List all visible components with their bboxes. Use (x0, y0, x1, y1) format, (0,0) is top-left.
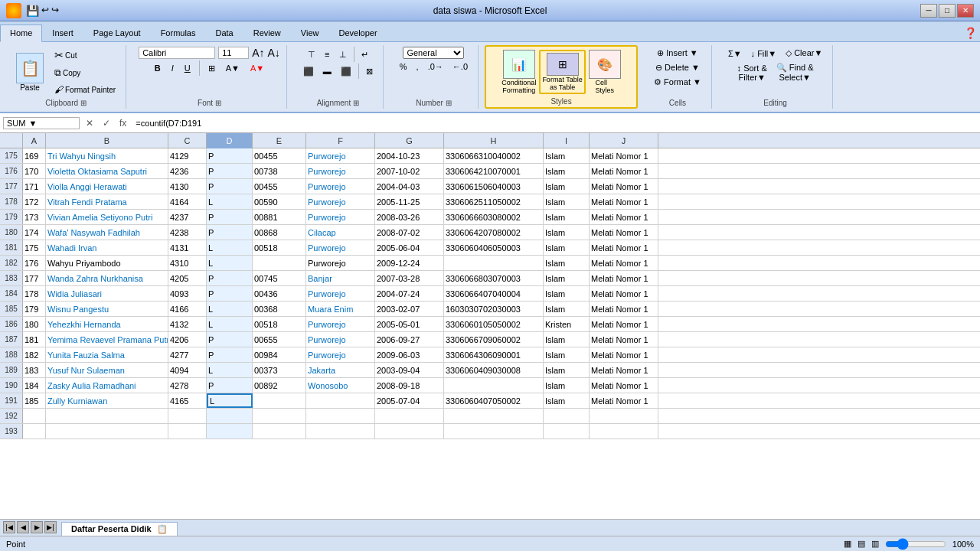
cell[interactable]: 178 (23, 286, 46, 301)
name-box-dropdown[interactable]: ▼ (28, 119, 37, 128)
cell[interactable] (590, 409, 658, 423)
cell[interactable] (544, 424, 590, 439)
cell[interactable]: 179 (23, 302, 46, 316)
cell[interactable]: 3306064210070001 (444, 164, 544, 178)
cell[interactable]: 4206 (168, 332, 207, 347)
tab-review[interactable]: Review (243, 24, 291, 41)
cell[interactable]: P (207, 164, 253, 178)
cell[interactable]: Islam (544, 363, 590, 377)
cell[interactable]: 3306066603080002 (444, 210, 544, 224)
cell[interactable]: Purworejo (306, 256, 375, 270)
cell[interactable]: 2003-02-07 (375, 302, 444, 316)
cell[interactable]: Melati Nomor 1 (590, 271, 658, 285)
cell[interactable] (306, 393, 375, 408)
cell[interactable]: Muara Enim (306, 302, 375, 316)
copy-button[interactable]: ⧉Copy (51, 65, 119, 80)
cell[interactable]: 00745 (253, 271, 306, 285)
cell[interactable]: 4130 (168, 179, 207, 194)
cell[interactable]: 00373 (253, 363, 306, 377)
cell[interactable]: L (207, 393, 253, 408)
cell[interactable] (444, 409, 544, 423)
cell[interactable]: 177 (23, 271, 46, 285)
cell[interactable]: 2005-07-04 (375, 393, 444, 408)
align-center-button[interactable]: ▬ (319, 64, 335, 79)
cell[interactable]: 2004-10-23 (375, 148, 444, 163)
cell[interactable]: Purworejo (306, 148, 375, 163)
italic-button[interactable]: I (168, 62, 178, 74)
cell[interactable]: Wahyu Priyambodo (46, 256, 168, 270)
sheet-last-button[interactable]: ▶| (44, 521, 57, 533)
cell[interactable] (253, 256, 306, 270)
zoom-slider[interactable] (885, 538, 946, 550)
function-wizard-button[interactable]: fx (116, 118, 129, 129)
cell[interactable]: 3306062511050002 (444, 194, 544, 209)
cell[interactable]: Purworejo (306, 347, 375, 362)
cell[interactable]: 2008-07-02 (375, 225, 444, 240)
cell[interactable]: 172 (23, 194, 46, 209)
wrap-text-button[interactable]: ↵ (358, 47, 372, 62)
help-icon[interactable]: ❓ (964, 27, 977, 39)
cell[interactable]: 00590 (253, 194, 306, 209)
cell[interactable]: 00984 (253, 347, 306, 362)
cell[interactable]: 00738 (253, 164, 306, 178)
cell[interactable]: 3306060105050002 (444, 317, 544, 331)
cell[interactable]: Purworejo (306, 164, 375, 178)
cell[interactable]: 2008-03-26 (375, 210, 444, 224)
cell[interactable]: Purworejo (306, 332, 375, 347)
cell[interactable]: 2009-06-03 (375, 347, 444, 362)
col-header-d[interactable]: D (207, 133, 253, 148)
cell[interactable] (23, 409, 46, 423)
cell[interactable]: 00436 (253, 286, 306, 301)
cell[interactable]: P (207, 347, 253, 362)
cell[interactable]: L (207, 256, 253, 270)
align-left-button[interactable]: ⬛ (299, 64, 318, 79)
col-header-j[interactable]: J (590, 133, 658, 148)
cell[interactable]: Purworejo (306, 240, 375, 255)
cell[interactable]: 173 (23, 210, 46, 224)
cell[interactable]: 2004-07-24 (375, 286, 444, 301)
col-header-h[interactable]: H (444, 133, 544, 148)
page-break-view-button[interactable]: ▥ (871, 539, 879, 549)
cell[interactable]: 4277 (168, 347, 207, 362)
cell[interactable]: 2003-09-04 (375, 363, 444, 377)
cell[interactable]: Melati Nomor 1 (590, 179, 658, 194)
number-format-select[interactable]: General (403, 47, 464, 59)
cell[interactable]: Melati Nomor 1 (590, 286, 658, 301)
cell[interactable]: P (207, 378, 253, 393)
cell[interactable]: 4166 (168, 302, 207, 316)
cell[interactable]: 3306061506040003 (444, 179, 544, 194)
cell[interactable]: Violetta Oktasiama Saputri (46, 164, 168, 178)
cell[interactable]: Zasky Aulia Ramadhani (46, 378, 168, 393)
cell[interactable]: Melati Nomor 1 (590, 256, 658, 270)
cell[interactable]: 4310 (168, 256, 207, 270)
clear-button[interactable]: ◇ Clear▼ (782, 47, 826, 60)
restore-button[interactable]: □ (939, 4, 956, 18)
cell[interactable]: 4237 (168, 210, 207, 224)
align-middle-button[interactable]: ≡ (321, 47, 333, 62)
cell[interactable]: Melati Nomor 1 (590, 194, 658, 209)
format-cells-button[interactable]: ⚙ Format ▼ (650, 76, 705, 89)
cell[interactable]: Vivian Amelia Setiyono Putri (46, 210, 168, 224)
cell[interactable]: 4132 (168, 317, 207, 331)
cell[interactable]: 169 (23, 148, 46, 163)
cut-button[interactable]: ✂Cut (51, 47, 119, 64)
confirm-formula-button[interactable]: ✓ (100, 118, 113, 129)
cell[interactable]: 174 (23, 225, 46, 240)
underline-button[interactable]: U (181, 62, 194, 74)
align-right-button[interactable]: ⬛ (337, 64, 355, 79)
formula-input[interactable] (132, 118, 977, 129)
cell[interactable]: P (207, 225, 253, 240)
cell[interactable]: Islam (544, 302, 590, 316)
cell[interactable]: 4131 (168, 240, 207, 255)
cell[interactable]: Islam (544, 240, 590, 255)
cell[interactable] (444, 424, 544, 439)
cell[interactable]: Melati Nomor 1 (590, 347, 658, 362)
decrease-decimal-button[interactable]: ←.0 (449, 60, 472, 73)
font-color-button[interactable]: A▼ (247, 62, 268, 74)
cell[interactable]: 4205 (168, 271, 207, 285)
cell[interactable]: 2008-09-18 (375, 378, 444, 393)
cancel-formula-button[interactable]: ✕ (83, 118, 96, 129)
cell[interactable]: Melati Nomor 1 (590, 332, 658, 347)
cell[interactable]: Yunita Fauzia Salma (46, 347, 168, 362)
page-layout-view-button[interactable]: ▤ (858, 539, 865, 549)
